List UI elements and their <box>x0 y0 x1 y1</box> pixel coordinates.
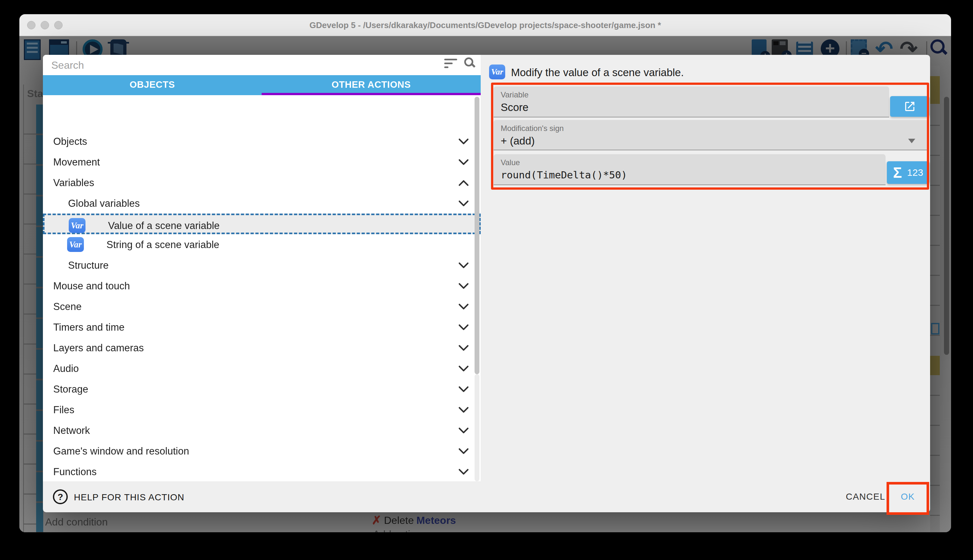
variable-field-value[interactable]: Score <box>501 101 528 113</box>
delete-action-row: ✗ Delete Meteors <box>372 513 456 527</box>
search-input[interactable] <box>51 57 422 73</box>
value-field[interactable]: Value round(TimeDelta()*50) <box>493 154 886 185</box>
list-item-label: Movement <box>53 157 100 168</box>
chevron-down-icon <box>908 139 915 143</box>
tab-bar: OBJECTS OTHER ACTIONS <box>43 75 481 95</box>
action-list: ObjectsMovementVariablesGlobal variables… <box>43 95 481 481</box>
search-icon[interactable] <box>464 57 473 67</box>
list-item-movement[interactable]: Movement <box>43 152 481 172</box>
event-outline <box>931 323 940 335</box>
modification-sign-select[interactable]: Modification's sign + (add) <box>493 120 929 150</box>
active-tab-indicator <box>262 93 481 95</box>
help-button[interactable]: HELP FOR THIS ACTION <box>74 492 185 503</box>
instruction-list-pane: OBJECTS OTHER ACTIONS ObjectsMovementVar… <box>43 55 481 481</box>
list-item-string-of-a-scene-variable[interactable]: VarString of a scene variable <box>43 234 481 255</box>
value-field-value[interactable]: round(TimeDelta()*50) <box>501 169 627 181</box>
window-title: GDevelop 5 - /Users/dkarakay/Documents/G… <box>19 14 951 36</box>
zoom-window-button[interactable] <box>54 21 63 29</box>
chevron-down-icon <box>458 385 470 395</box>
add-condition-link[interactable]: Add condition <box>45 516 108 528</box>
dialog-footer: HELP FOR THIS ACTION CANCEL OK <box>43 481 930 512</box>
selected-event-highlight <box>930 356 940 375</box>
action-config-pane: Var Modify the value of a scene variable… <box>481 55 930 481</box>
list-item-game-s-window-and-resolution[interactable]: Game's window and resolution <box>43 441 481 461</box>
list-item-label: Structure <box>68 260 109 271</box>
list-scrollbar-thumb[interactable] <box>475 97 480 374</box>
close-window-button[interactable] <box>27 21 35 29</box>
list-item-label: Storage <box>53 383 88 395</box>
open-in-new-icon <box>904 100 916 113</box>
list-item-label: Mouse and touch <box>53 280 130 292</box>
variable-field-label: Variable <box>501 90 528 99</box>
list-item-functions[interactable]: Functions <box>43 461 481 481</box>
chevron-down-icon <box>458 138 470 147</box>
list-item-label: Scene <box>53 301 82 313</box>
project-manager-icon <box>24 39 41 60</box>
toolbar-project-manager-button[interactable] <box>24 39 41 60</box>
chevron-up-icon <box>458 179 470 188</box>
list-scrollbar-track[interactable] <box>475 374 480 481</box>
list-item-network[interactable]: Network <box>43 420 481 441</box>
list-item-label: Functions <box>53 466 97 478</box>
variable-field[interactable]: Variable Score <box>493 87 889 117</box>
chevron-down-icon <box>458 427 470 436</box>
events-condition-column <box>36 105 43 532</box>
list-item-storage[interactable]: Storage <box>43 379 481 399</box>
list-item-audio[interactable]: Audio <box>43 358 481 379</box>
list-item-label: Global variables <box>68 198 140 209</box>
list-item-structure[interactable]: Structure <box>43 255 481 275</box>
list-item-label: Game's window and resolution <box>53 445 189 457</box>
list-item-objects[interactable]: Objects <box>43 131 481 152</box>
list-item-label: Layers and cameras <box>53 342 144 354</box>
events-sheet-right-cells <box>930 66 940 532</box>
list-item-label: String of a scene variable <box>107 239 219 251</box>
chevron-down-icon <box>458 365 470 374</box>
list-item-layers-and-cameras[interactable]: Layers and cameras <box>43 337 481 358</box>
chevron-down-icon <box>458 282 470 291</box>
list-item-label: Audio <box>53 363 79 375</box>
search-icon <box>930 39 945 53</box>
events-scrollbar[interactable] <box>944 97 949 355</box>
toolbar-search-button[interactable] <box>930 39 945 53</box>
ok-button[interactable]: OK <box>893 488 922 505</box>
chevron-down-icon <box>458 406 470 415</box>
list-item-mouse-and-touch[interactable]: Mouse and touch <box>43 275 481 296</box>
list-item-scene[interactable]: Scene <box>43 296 481 317</box>
list-item-label: Value of a scene variable <box>108 220 220 232</box>
events-sheet-left-cells <box>24 105 36 532</box>
sign-field-value[interactable]: + (add) <box>501 135 535 147</box>
scene-tab-label: Sta <box>27 88 43 100</box>
chevron-down-icon <box>458 262 470 271</box>
list-item-label: Files <box>53 404 74 416</box>
list-item-label: Timers and time <box>53 322 125 333</box>
tab-objects[interactable]: OBJECTS <box>43 75 262 95</box>
expression-editor-button[interactable]: Σ 123 <box>887 161 930 184</box>
list-item-timers-and-time[interactable]: Timers and time <box>43 317 481 337</box>
sigma-icon: Σ <box>893 165 902 180</box>
list-item-global-variables[interactable]: Global variables <box>43 193 481 213</box>
minimize-window-button[interactable] <box>41 21 49 29</box>
list-item-value-of-a-scene-variable[interactable]: VarValue of a scene variable <box>43 213 481 234</box>
tab-other-actions[interactable]: OTHER ACTIONS <box>262 75 481 95</box>
cancel-button[interactable]: CANCEL <box>840 488 891 505</box>
chevron-down-icon <box>458 323 470 333</box>
chevron-down-icon <box>458 447 470 457</box>
list-item-variables[interactable]: Variables <box>43 172 481 193</box>
list-item-label: Objects <box>53 136 87 147</box>
action-verb: Delete <box>384 515 414 527</box>
var-icon: Var <box>489 65 505 79</box>
help-icon[interactable] <box>53 489 68 504</box>
var-icon: Var <box>69 218 85 233</box>
gdevelop-window: GDevelop 5 - /Users/dkarakay/Documents/G… <box>19 14 951 532</box>
open-variable-editor-button[interactable] <box>890 96 930 117</box>
search-row <box>43 55 481 75</box>
numbers-icon: 123 <box>907 168 923 177</box>
red-cross-icon: ✗ <box>372 513 382 527</box>
chevron-down-icon <box>458 468 470 477</box>
instruction-editor-dialog: OBJECTS OTHER ACTIONS ObjectsMovementVar… <box>43 55 930 512</box>
add-action-link[interactable]: Add action <box>373 528 422 532</box>
action-title: Modify the value of a scene variable. <box>511 67 684 79</box>
filter-icon[interactable] <box>444 59 458 70</box>
chevron-down-icon <box>458 303 470 312</box>
list-item-files[interactable]: Files <box>43 399 481 420</box>
